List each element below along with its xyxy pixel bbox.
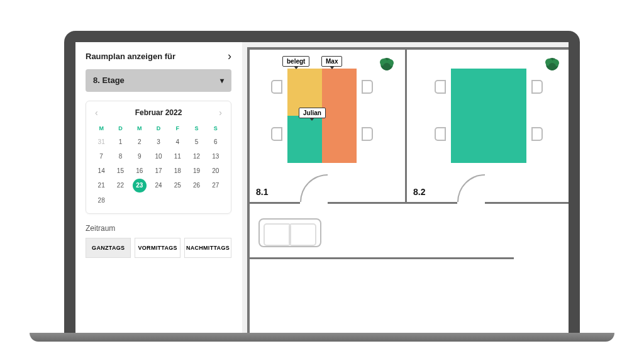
calendar-day[interactable]: 27	[207, 179, 225, 193]
calendar-day[interactable]: 3	[150, 135, 167, 148]
calendar-grid: MDMDFSS311234567891011121314151617181920…	[92, 123, 225, 207]
sidebar: Raumplan anzeigen für › 8. Etage ▾ ‹ Feb…	[75, 42, 242, 333]
calendar-day[interactable]: 22	[111, 179, 129, 193]
calendar-day[interactable]: 28	[92, 194, 110, 207]
calendar-day[interactable]: 20	[207, 164, 225, 177]
room-label: 8.1	[256, 187, 268, 197]
desk-8-2-bl[interactable]	[451, 116, 489, 163]
calendar-day[interactable]: 15	[111, 164, 129, 177]
zeitraum-option[interactable]: NACHMITTAGS	[184, 238, 231, 258]
calendar-day[interactable]: 24	[150, 179, 167, 193]
calendar-dow: F	[169, 123, 186, 134]
room-8-1[interactable]: belegt Max Julian 8.1	[250, 50, 407, 204]
chair-icon	[271, 127, 282, 141]
door-arc-icon	[300, 174, 328, 202]
calendar-prev-button[interactable]: ‹	[92, 108, 101, 118]
zeitraum-options: GANZTAGSVORMITTAGSNACHMITTAGS	[86, 238, 231, 258]
svg-point-3	[383, 63, 391, 70]
calendar-day-prev[interactable]: 31	[92, 135, 110, 148]
calendar-day[interactable]: 19	[187, 164, 205, 177]
app-screen: Raumplan anzeigen für › 8. Etage ▾ ‹ Feb…	[75, 42, 569, 333]
calendar-dow: S	[207, 123, 225, 134]
calendar-month-label: Februar 2022	[135, 108, 182, 117]
floorplan-area: belegt Max Julian 8.1	[242, 42, 569, 333]
zeitraum-option[interactable]: VORMITTAGS	[135, 238, 180, 258]
calendar-day[interactable]: 14	[92, 164, 110, 177]
zeitraum-label: Zeitraum	[86, 224, 231, 233]
desk-tag-julian: Julian	[299, 108, 326, 118]
room-8-2[interactable]: 8.2	[407, 50, 569, 204]
sofa-icon	[258, 218, 321, 247]
calendar-day[interactable]: 1	[111, 135, 129, 148]
calendar-next-button[interactable]: ›	[216, 108, 225, 118]
calendar-day[interactable]: 17	[150, 164, 167, 177]
laptop-base	[30, 333, 614, 342]
floor-select-value: 8. Etage	[93, 75, 125, 85]
calendar-day[interactable]: 12	[187, 150, 205, 163]
chair-icon	[271, 80, 282, 94]
calendar-day[interactable]: 2	[131, 135, 148, 148]
desk-8-2-tl[interactable]	[451, 69, 489, 116]
chair-icon	[362, 80, 373, 94]
calendar-day[interactable]: 4	[169, 135, 186, 148]
desk-8-1-tr[interactable]	[322, 69, 357, 116]
door-arc-icon	[457, 174, 485, 202]
desk-cluster-8-2	[451, 69, 526, 163]
calendar-day[interactable]: 21	[92, 179, 110, 193]
building-outline: belegt Max Julian 8.1	[247, 47, 569, 333]
chair-icon	[531, 80, 543, 94]
desk-8-1-br[interactable]	[322, 116, 357, 163]
calendar-day[interactable]: 11	[169, 150, 186, 163]
calendar-header: ‹ Februar 2022 ›	[92, 108, 225, 118]
desk-cluster-8-1: belegt Max Julian	[287, 69, 357, 163]
corridor-gap	[514, 256, 569, 260]
calendar-day[interactable]: 6	[207, 135, 225, 148]
calendar-day[interactable]: 5	[187, 135, 205, 148]
chevron-down-icon: ▾	[220, 76, 224, 85]
calendar-dow: D	[111, 123, 129, 134]
svg-point-7	[548, 63, 556, 70]
section-title-row: Raumplan anzeigen für ›	[86, 50, 231, 63]
calendar-dow: M	[92, 123, 110, 134]
zeitraum-option[interactable]: GANZTAGS	[86, 238, 131, 258]
calendar-day[interactable]: 23	[133, 179, 147, 193]
room-label: 8.2	[413, 187, 425, 197]
calendar-day[interactable]: 13	[207, 150, 225, 163]
chair-icon	[435, 127, 446, 141]
desk-tag-max: Max	[321, 56, 342, 67]
calendar-day[interactable]: 8	[111, 150, 129, 163]
calendar-day[interactable]: 18	[169, 164, 186, 177]
calendar-day[interactable]: 26	[187, 179, 205, 193]
desk-8-2-br[interactable]	[489, 116, 526, 163]
plant-icon	[377, 55, 396, 74]
calendar-day[interactable]: 9	[131, 150, 148, 163]
laptop-frame: Raumplan anzeigen für › 8. Etage ▾ ‹ Feb…	[64, 31, 580, 333]
desk-tag-belegt: belegt	[282, 56, 309, 67]
calendar-dow: D	[150, 123, 167, 134]
calendar-dow: M	[131, 123, 148, 134]
calendar: ‹ Februar 2022 › MDMDFSS3112345678910111…	[86, 101, 231, 214]
chair-icon	[362, 127, 373, 141]
section-title: Raumplan anzeigen für	[86, 52, 175, 61]
floor-select[interactable]: 8. Etage ▾	[86, 69, 231, 92]
calendar-day[interactable]: 7	[92, 150, 110, 163]
calendar-dow: S	[187, 123, 205, 134]
desk-8-1-bl[interactable]	[287, 116, 322, 163]
calendar-day[interactable]: 16	[131, 164, 148, 177]
plant-icon	[543, 55, 562, 74]
chevron-right-icon[interactable]: ›	[228, 50, 231, 63]
chair-icon	[531, 127, 543, 141]
chair-icon	[435, 80, 446, 94]
calendar-day[interactable]: 10	[150, 150, 167, 163]
calendar-day[interactable]: 25	[169, 179, 186, 193]
desk-8-2-tr[interactable]	[489, 69, 526, 116]
